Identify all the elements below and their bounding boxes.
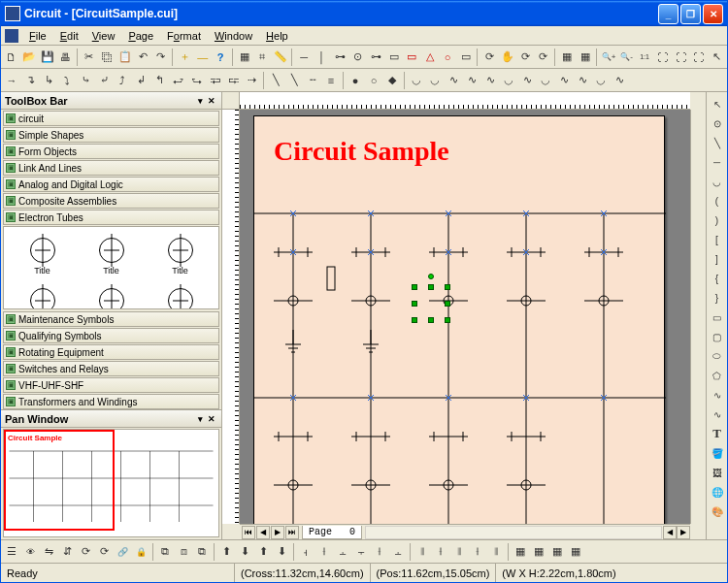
zoom-width-button[interactable] bbox=[690, 48, 708, 67]
menu-view[interactable]: View bbox=[85, 28, 122, 44]
conn-bend13[interactable]: ⇢ bbox=[243, 71, 260, 90]
paren-right-tool[interactable] bbox=[709, 211, 726, 229]
same-size-button[interactable] bbox=[487, 542, 505, 562]
circle-tool[interactable] bbox=[439, 48, 456, 67]
conn-bend2[interactable]: ↳ bbox=[40, 71, 57, 90]
curve7[interactable] bbox=[518, 71, 536, 90]
linecap1[interactable] bbox=[267, 71, 284, 90]
curve4[interactable] bbox=[463, 71, 480, 90]
image-tool[interactable] bbox=[709, 464, 726, 481]
drawing-page[interactable]: Circuit Sample bbox=[253, 115, 665, 524]
cut-button[interactable] bbox=[81, 48, 98, 67]
flip-h-button[interactable] bbox=[40, 542, 57, 562]
layers-button[interactable] bbox=[3, 542, 20, 562]
copy-button[interactable] bbox=[98, 48, 116, 67]
conn-bend4[interactable]: ⤷ bbox=[77, 71, 94, 90]
lock-button[interactable] bbox=[132, 542, 149, 562]
ellipse-tool[interactable] bbox=[709, 347, 726, 365]
scrollbar-h-track[interactable] bbox=[365, 526, 662, 539]
line-tool[interactable] bbox=[709, 134, 726, 151]
redo-button[interactable] bbox=[152, 48, 170, 67]
snap-guide-button[interactable] bbox=[548, 542, 566, 562]
align-middle-button[interactable] bbox=[371, 542, 388, 562]
resize-handle-w[interactable] bbox=[412, 301, 417, 307]
brace-left-tool[interactable] bbox=[709, 270, 726, 287]
crop-tool[interactable] bbox=[457, 48, 475, 67]
align-top-button[interactable] bbox=[352, 542, 370, 562]
hline-tool[interactable] bbox=[295, 48, 313, 67]
toolbox-cat-composite[interactable]: ▣Composite Assemblies bbox=[3, 193, 219, 209]
snap-grid-button[interactable] bbox=[512, 542, 529, 562]
toolbox-cat-qualifying[interactable]: ▣Qualifying Symbols bbox=[3, 328, 219, 343]
resize-handle-nw[interactable] bbox=[412, 284, 417, 290]
menu-file[interactable]: File bbox=[22, 28, 53, 44]
arc-tool[interactable] bbox=[709, 173, 726, 190]
ruler-vertical[interactable] bbox=[222, 110, 240, 524]
ungroup-button[interactable] bbox=[175, 542, 192, 562]
curve1[interactable] bbox=[408, 71, 425, 90]
page-last-button[interactable]: ⏭ bbox=[285, 526, 299, 539]
visibility-button[interactable] bbox=[21, 542, 39, 562]
conn-bend1[interactable]: ↴ bbox=[21, 71, 39, 90]
toolbox-cat-link-lines[interactable]: ▣Link And Lines bbox=[3, 160, 219, 176]
ruler-horizontal[interactable] bbox=[240, 92, 690, 110]
polygon-tool[interactable] bbox=[709, 367, 726, 384]
bracket-left-tool[interactable] bbox=[709, 231, 726, 248]
zoom-fit-button[interactable] bbox=[654, 48, 672, 67]
page-next-button[interactable]: ▶ bbox=[271, 526, 284, 539]
align-center-button[interactable] bbox=[315, 542, 333, 562]
page-tab[interactable]: Page 0 bbox=[302, 526, 362, 539]
rotate-left-button[interactable] bbox=[77, 542, 94, 562]
pointer2-button[interactable] bbox=[708, 48, 725, 67]
zoom-in-button[interactable] bbox=[176, 48, 193, 67]
align-bottom-button[interactable] bbox=[389, 542, 407, 562]
group-button[interactable] bbox=[156, 542, 174, 562]
zoom-actual-button[interactable] bbox=[636, 48, 653, 67]
paste-button[interactable] bbox=[116, 48, 134, 67]
pan-close-icon[interactable]: ✕ bbox=[206, 413, 217, 425]
rect-outline-tool[interactable] bbox=[403, 48, 420, 67]
toolbox-cat-circuit[interactable]: ▣circuit bbox=[3, 111, 219, 126]
toolbox-cat-transformers[interactable]: ▣Transformers and Windings bbox=[3, 394, 219, 409]
conn-bend11[interactable]: ⮒ bbox=[206, 71, 223, 90]
same-width-button[interactable] bbox=[450, 542, 468, 562]
combine-button[interactable] bbox=[193, 542, 211, 562]
ruler-toggle-button[interactable] bbox=[272, 48, 289, 67]
toolbox-shape[interactable]: Title bbox=[77, 281, 146, 309]
toolbox-shape[interactable]: Title bbox=[146, 231, 215, 281]
grid-toggle-button[interactable] bbox=[236, 48, 253, 67]
linestyle-dash[interactable] bbox=[304, 71, 321, 90]
pan-menu-icon[interactable]: ▾ bbox=[194, 413, 206, 425]
toolbox-cat-form-objects[interactable]: ▣Form Objects bbox=[3, 144, 219, 159]
help-button[interactable] bbox=[212, 48, 229, 67]
paren-left-tool[interactable] bbox=[709, 192, 726, 210]
flip-v-button[interactable] bbox=[58, 542, 76, 562]
same-height-button[interactable] bbox=[469, 542, 486, 562]
connector2-tool[interactable] bbox=[367, 48, 384, 67]
rotate-button[interactable] bbox=[480, 48, 498, 67]
pan-button[interactable] bbox=[499, 48, 516, 67]
send-backward-button[interactable] bbox=[273, 542, 290, 562]
link-button[interactable] bbox=[114, 542, 131, 562]
undo-button[interactable] bbox=[134, 48, 151, 67]
zoomout2-button[interactable] bbox=[618, 48, 636, 67]
roundrect-tool[interactable] bbox=[709, 328, 726, 345]
node-tool[interactable] bbox=[349, 48, 367, 67]
fill-tool[interactable] bbox=[709, 444, 726, 462]
connector-tool[interactable] bbox=[331, 48, 348, 67]
grid2-button[interactable] bbox=[558, 48, 576, 67]
new-button[interactable] bbox=[3, 48, 20, 67]
close-button[interactable]: ✕ bbox=[703, 4, 723, 24]
curve10[interactable] bbox=[574, 71, 591, 90]
menu-edit[interactable]: Edit bbox=[53, 28, 85, 44]
toolbox-cat-rotating[interactable]: ▣Rotating Equipment bbox=[3, 344, 219, 360]
rect-tool[interactable] bbox=[385, 48, 403, 67]
bracket-right-tool[interactable] bbox=[709, 250, 726, 268]
conn-bend3[interactable]: ⤵ bbox=[58, 71, 76, 90]
pointer-tool[interactable] bbox=[709, 95, 726, 113]
toolbox-close-icon[interactable]: ✕ bbox=[206, 95, 217, 107]
maximize-button[interactable]: ❐ bbox=[680, 4, 701, 24]
conn-bend6[interactable]: ⤴ bbox=[114, 71, 131, 90]
linecap2[interactable] bbox=[285, 71, 303, 90]
minimize-button[interactable]: _ bbox=[658, 4, 678, 24]
